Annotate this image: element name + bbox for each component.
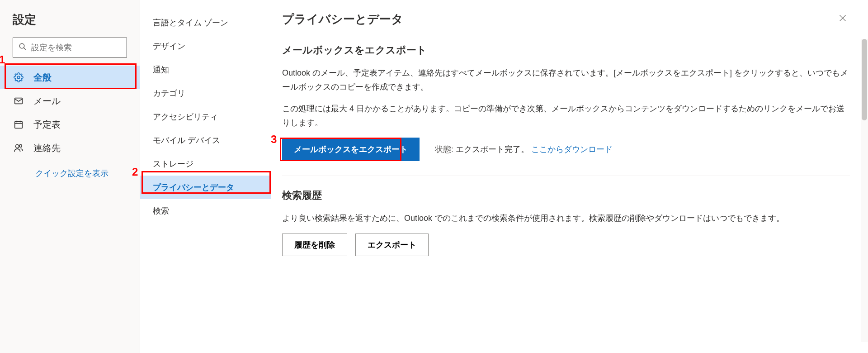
calendar-icon (13, 119, 24, 129)
subnav-privacy[interactable]: プライバシーとデータ (140, 176, 271, 199)
people-icon (13, 143, 24, 153)
main-header: プライバシーとデータ (282, 11, 850, 27)
download-link[interactable]: ここからダウンロード (531, 145, 613, 154)
subnav-storage[interactable]: ストレージ (140, 152, 271, 176)
export-heading: メールボックスをエクスポート (282, 43, 850, 57)
svg-point-8 (16, 145, 19, 148)
svg-line-1 (24, 48, 26, 50)
settings-subnav: 言語とタイム ゾーン デザイン 通知 カテゴリ アクセシビリティ モバイル デバ… (140, 0, 271, 353)
svg-rect-4 (15, 122, 23, 129)
subnav-label: ストレージ (153, 158, 193, 169)
export-mailbox-section: メールボックスをエクスポート Outlook のメール、予定表アイテム、連絡先は… (282, 43, 850, 161)
search-icon (19, 43, 27, 52)
annotation-number-2: 2 (132, 166, 138, 178)
export-description-2: この処理には最大 4 日かかることがあります。コピーの準備ができ次第、メールボッ… (282, 102, 850, 129)
history-heading: 検索履歴 (282, 189, 850, 202)
export-history-button[interactable]: エクスポート (355, 234, 429, 256)
export-description-1: Outlook のメール、予定表アイテム、連絡先はすべてメールボックスに保存され… (282, 66, 850, 94)
export-mailbox-button[interactable]: メールボックスをエクスポート (282, 138, 420, 161)
export-status-label: 状態: (435, 145, 453, 154)
export-status: 状態: エクスポート完了。 ここからダウンロード (435, 144, 613, 155)
subnav-search[interactable]: 検索 (140, 199, 271, 223)
quick-settings-link[interactable]: クイック設定を表示 (0, 160, 140, 179)
subnav-label: 通知 (153, 64, 169, 75)
svg-point-9 (19, 145, 22, 148)
subnav-label: 言語とタイム ゾーン (153, 17, 228, 28)
settings-main-panel: プライバシーとデータ メールボックスをエクスポート Outlook のメール、予… (271, 0, 868, 353)
settings-search[interactable] (13, 38, 127, 57)
subnav-label: プライバシーとデータ (153, 182, 234, 193)
export-action-row: メールボックスをエクスポート 状態: エクスポート完了。 ここからダウンロード (282, 138, 850, 161)
page-title: プライバシーとデータ (282, 11, 403, 27)
nav-item-calendar[interactable]: 予定表 (0, 113, 140, 136)
export-status-value: エクスポート完了。 (456, 145, 529, 154)
scrollbar-thumb[interactable] (862, 39, 867, 120)
subnav-notifications[interactable]: 通知 (140, 58, 271, 81)
nav-item-label: メール (33, 95, 61, 107)
subnav-design[interactable]: デザイン (140, 34, 271, 58)
gear-icon (13, 72, 24, 82)
subnav-language[interactable]: 言語とタイム ゾーン (140, 11, 271, 34)
subnav-mobile[interactable]: モバイル デバイス (140, 129, 271, 152)
nav-item-label: 連絡先 (33, 142, 61, 154)
close-icon[interactable] (835, 11, 850, 27)
subnav-label: デザイン (153, 41, 185, 52)
history-description: より良い検索結果を返すために、Outlook でのこれまでの検索条件が使用されま… (282, 211, 850, 225)
subnav-label: アクセシビリティ (153, 111, 218, 122)
settings-search-input[interactable] (31, 43, 136, 52)
subnav-label: モバイル デバイス (153, 135, 220, 146)
subnav-categories[interactable]: カテゴリ (140, 81, 271, 105)
svg-point-2 (17, 76, 20, 79)
nav-item-mail[interactable]: メール (0, 89, 140, 113)
delete-history-button[interactable]: 履歴を削除 (282, 234, 347, 256)
nav-item-label: 予定表 (33, 119, 61, 131)
scrollbar[interactable] (861, 39, 868, 342)
nav-item-general[interactable]: 全般 (0, 66, 140, 89)
settings-title: 設定 (0, 8, 140, 38)
annotation-number-3: 3 (271, 133, 277, 146)
mail-icon (13, 96, 24, 106)
nav-item-people[interactable]: 連絡先 (0, 136, 140, 160)
subnav-accessibility[interactable]: アクセシビリティ (140, 105, 271, 129)
history-action-row: 履歴を削除 エクスポート (282, 234, 850, 256)
subnav-label: 検索 (153, 205, 169, 216)
search-history-section: 検索履歴 より良い検索結果を返すために、Outlook でのこれまでの検索条件が… (282, 189, 850, 256)
section-divider (282, 176, 850, 176)
annotation-number-1: 1 (0, 53, 5, 66)
svg-point-0 (19, 43, 24, 48)
subnav-label: カテゴリ (153, 88, 185, 99)
settings-sidebar: 設定 全般 メール 予定表 連絡 (0, 0, 140, 353)
nav-item-label: 全般 (33, 72, 52, 84)
settings-nav: 全般 メール 予定表 連絡先 (0, 66, 140, 160)
